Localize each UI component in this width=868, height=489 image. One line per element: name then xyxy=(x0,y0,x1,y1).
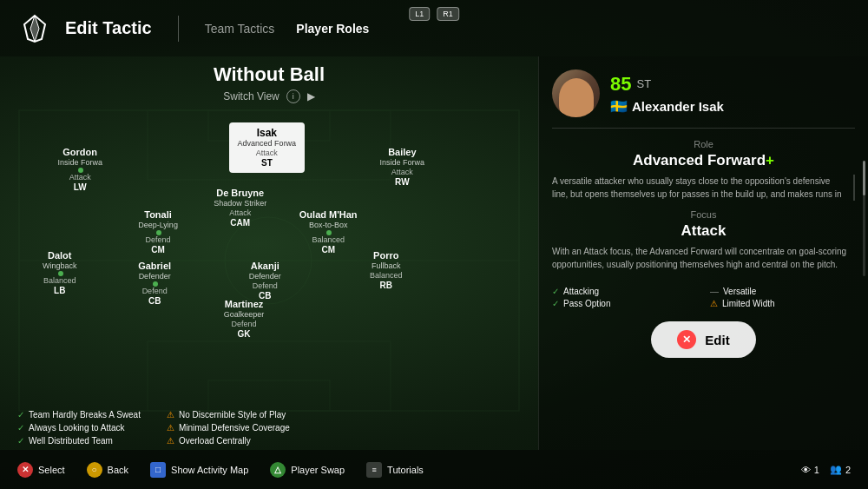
gabriel-mentality: Defend xyxy=(142,287,168,296)
stat-green-label-0: Team Hardly Breaks A Sweat xyxy=(29,410,141,420)
role-text: Advanced Forward xyxy=(633,152,766,169)
tonali-position: CM xyxy=(151,245,165,255)
stat-orange-0: ⚠ No Discernible Style of Play xyxy=(167,410,290,420)
isak-mentality: Attack xyxy=(238,149,297,158)
porro-name: Porro xyxy=(373,250,398,261)
player-tonali[interactable]: Tonali Deep-Lying Defend CM xyxy=(138,209,178,255)
dalot-role: Wingback xyxy=(43,261,77,271)
martinez-name: Martinez xyxy=(225,299,264,310)
porro-role: Fullback xyxy=(372,261,401,271)
player-info: 85 ST 🇸🇪 Alexander Isak xyxy=(610,73,724,115)
action-select-label: Select xyxy=(38,465,65,475)
player-akanji[interactable]: Akanji Defender Defend CB xyxy=(249,261,281,301)
player-martinez[interactable]: Martinez Goalkeeper Defend GK xyxy=(224,299,265,340)
bailey-role: Inside Forwa xyxy=(380,158,425,168)
stat-check-icon-1: ✓ xyxy=(17,423,24,433)
attr-label-0: Attacking xyxy=(563,287,599,296)
gabriel-role: Defender xyxy=(139,272,171,281)
triangle-button-icon: △ xyxy=(270,462,286,478)
app-logo xyxy=(17,11,52,46)
gordon-position: LW xyxy=(74,182,87,193)
nav-divider xyxy=(178,16,179,42)
page-title: Edit Tactic xyxy=(65,18,152,38)
action-activity-label: Show Activity Map xyxy=(171,465,248,475)
attr-versatile: — Versatile xyxy=(710,287,855,296)
attr-attacking: ✓ Attacking xyxy=(552,287,697,296)
field-area: Without Ball Switch View i ▶ Isak xyxy=(0,56,538,450)
player-position-badge: ST xyxy=(636,77,651,90)
gordon-mentality: Attack xyxy=(69,173,91,182)
stat-green-label-1: Always Looking to Attack xyxy=(29,423,125,433)
debruyne-mentality: Attack xyxy=(229,208,251,218)
edit-button[interactable]: ✕ Edit xyxy=(651,321,755,358)
debruyne-name: De Bruyne xyxy=(216,188,264,199)
player-rating-row: 85 ST xyxy=(610,73,724,96)
stat-green-2: ✓ Well Distributed Team xyxy=(17,436,141,446)
player-flag: 🇸🇪 xyxy=(610,98,628,115)
l1-button[interactable]: L1 xyxy=(409,7,430,21)
stat-orange-2: ⚠ Overload Centrally xyxy=(167,436,290,446)
scrollbar-thumb xyxy=(863,161,865,195)
player-header: 85 ST 🇸🇪 Alexander Isak xyxy=(552,69,855,129)
counter-eye-value: 1 xyxy=(814,465,819,475)
action-tutorials[interactable]: ≡ Tutorials xyxy=(366,462,424,478)
stat-orange-label-0: No Discernible Style of Play xyxy=(179,410,286,420)
scrollbar[interactable] xyxy=(863,161,865,276)
counter-players-value: 2 xyxy=(845,465,851,475)
action-select[interactable]: ✕ Select xyxy=(17,462,65,478)
gordon-role: Inside Forwa xyxy=(57,158,102,168)
oulad-position: CM xyxy=(321,245,335,255)
player-gordon[interactable]: Gordon Inside Forwa Attack LW xyxy=(57,147,102,193)
isak-position: ST xyxy=(238,158,297,169)
dalot-position: LB xyxy=(54,286,65,296)
focus-section: Focus Attack With an Attack focus, the A… xyxy=(552,209,855,280)
focus-description: With an Attack focus, the Advanced Forwa… xyxy=(552,245,855,271)
player-gabriel[interactable]: Gabriel Defender Defend CB xyxy=(138,261,171,307)
action-activity-map[interactable]: □ Show Activity Map xyxy=(150,462,248,478)
stat-orange-label-1: Minimal Defensive Coverage xyxy=(179,423,290,433)
gabriel-position: CB xyxy=(148,296,161,307)
tab-team-tactics[interactable]: Team Tactics xyxy=(205,22,275,36)
player-oulad[interactable]: Oulad M'Han Box-to-Box Balanced CM xyxy=(299,209,358,255)
svg-rect-6 xyxy=(208,380,330,411)
attr-limited-width: ⚠ Limited Width xyxy=(710,299,855,308)
switch-view-button[interactable]: Switch View i ▶ xyxy=(0,89,538,103)
role-section: Role Advanced Forward+ A versatile attac… xyxy=(552,139,855,201)
oulad-role: Box-to-Box xyxy=(309,221,348,230)
role-label: Role xyxy=(552,139,855,149)
action-tutorials-label: Tutorials xyxy=(387,465,424,475)
action-player-swap-label: Player Swap xyxy=(291,465,345,475)
martinez-position: GK xyxy=(238,329,251,340)
martinez-mentality: Defend xyxy=(232,320,257,329)
oulad-mentality: Balanced xyxy=(312,235,345,245)
edit-btn-label: Edit xyxy=(705,333,729,347)
player-isak[interactable]: Isak Advanced Forwa Attack ST xyxy=(229,122,306,173)
stat-orange-1: ⚠ Minimal Defensive Coverage xyxy=(167,423,290,433)
focus-label: Focus xyxy=(552,209,855,220)
orange-stats-col: ⚠ No Discernible Style of Play ⚠ Minimal… xyxy=(167,410,290,446)
r1-button[interactable]: R1 xyxy=(437,7,459,21)
top-bar: Edit Tactic Team Tactics Player Roles L1… xyxy=(0,0,868,56)
attr-check-icon-2: ✓ xyxy=(552,299,559,308)
dalot-mentality: Balanced xyxy=(43,276,76,286)
action-player-swap[interactable]: △ Player Swap xyxy=(270,462,345,478)
akanji-mentality: Defend xyxy=(253,281,278,291)
player-bailey[interactable]: Bailey Inside Forwa Attack RW xyxy=(380,147,425,188)
bailey-position: RW xyxy=(395,177,409,188)
debruyne-position: CAM xyxy=(230,218,250,228)
attr-label-1: Versatile xyxy=(723,287,756,296)
attr-warn-icon-3: ⚠ xyxy=(710,299,718,308)
switch-view-icon: i xyxy=(286,89,300,103)
o-button-icon: ○ xyxy=(87,462,102,478)
player-dalot[interactable]: Dalot Wingback Balanced LB xyxy=(43,250,77,296)
stat-orange-label-2: Overload Centrally xyxy=(179,436,251,446)
tab-player-roles[interactable]: Player Roles xyxy=(296,22,369,36)
porro-mentality: Balanced xyxy=(370,271,403,281)
isak-role: Advanced Forwa xyxy=(238,139,297,149)
stat-green-0: ✓ Team Hardly Breaks A Sweat xyxy=(17,410,141,420)
action-back[interactable]: ○ Back xyxy=(87,462,128,478)
isak-name: Isak xyxy=(238,127,297,139)
player-debruyne[interactable]: De Bruyne Shadow Striker Attack CAM xyxy=(214,188,266,228)
martinez-role: Goalkeeper xyxy=(224,310,265,320)
player-porro[interactable]: Porro Fullback Balanced RB xyxy=(370,250,403,291)
